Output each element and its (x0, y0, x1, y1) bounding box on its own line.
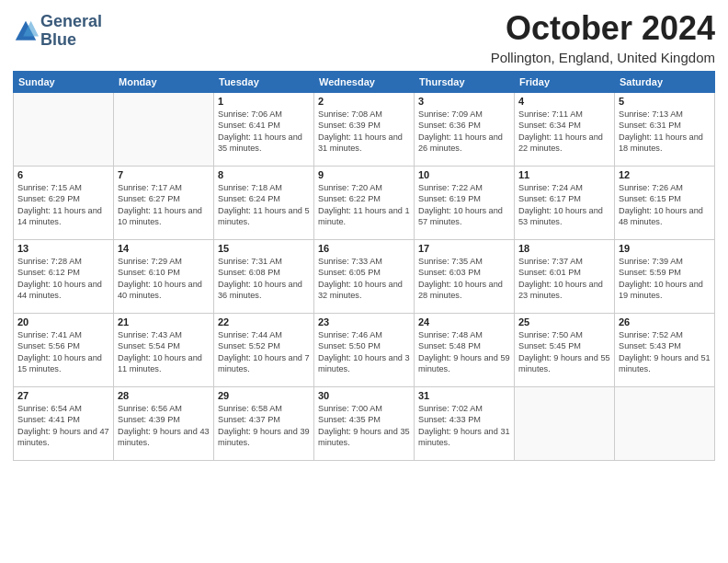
day-number: 7 (118, 169, 210, 180)
calendar-cell (14, 93, 114, 167)
day-detail: Sunrise: 7:24 AM Sunset: 6:17 PM Dayligh… (518, 182, 610, 228)
day-detail: Sunrise: 7:08 AM Sunset: 6:39 PM Dayligh… (318, 109, 410, 155)
day-detail: Sunrise: 7:26 AM Sunset: 6:15 PM Dayligh… (619, 182, 711, 228)
day-number: 19 (619, 243, 711, 254)
calendar-week-row: 6Sunrise: 7:15 AM Sunset: 6:29 PM Daylig… (14, 167, 715, 240)
day-detail: Sunrise: 7:13 AM Sunset: 6:31 PM Dayligh… (619, 109, 711, 155)
day-detail: Sunrise: 7:41 AM Sunset: 5:56 PM Dayligh… (17, 329, 109, 375)
calendar-week-row: 20Sunrise: 7:41 AM Sunset: 5:56 PM Dayli… (14, 314, 715, 387)
calendar-table: SundayMondayTuesdayWednesdayThursdayFrid… (13, 71, 715, 461)
day-detail: Sunrise: 7:22 AM Sunset: 6:19 PM Dayligh… (418, 182, 510, 228)
day-detail: Sunrise: 7:50 AM Sunset: 5:45 PM Dayligh… (518, 329, 610, 375)
day-number: 28 (118, 390, 210, 401)
day-detail: Sunrise: 7:11 AM Sunset: 6:34 PM Dayligh… (518, 109, 610, 155)
day-number: 3 (418, 96, 510, 107)
calendar-week-row: 13Sunrise: 7:28 AM Sunset: 6:12 PM Dayli… (14, 240, 715, 314)
title-block: October 2024 Pollington, England, United… (491, 9, 715, 65)
day-number: 29 (218, 390, 310, 401)
day-detail: Sunrise: 7:02 AM Sunset: 4:33 PM Dayligh… (418, 403, 510, 449)
day-number: 6 (17, 169, 109, 180)
calendar-cell: 27Sunrise: 6:54 AM Sunset: 4:41 PM Dayli… (14, 387, 114, 461)
calendar-header-row: SundayMondayTuesdayWednesdayThursdayFrid… (14, 72, 715, 93)
day-detail: Sunrise: 7:15 AM Sunset: 6:29 PM Dayligh… (17, 182, 109, 228)
calendar-cell: 12Sunrise: 7:26 AM Sunset: 6:15 PM Dayli… (615, 167, 715, 240)
day-number: 15 (218, 243, 310, 254)
calendar-cell: 10Sunrise: 7:22 AM Sunset: 6:19 PM Dayli… (415, 167, 515, 240)
calendar-week-row: 27Sunrise: 6:54 AM Sunset: 4:41 PM Dayli… (14, 387, 715, 461)
day-number: 20 (17, 316, 109, 327)
day-of-week-header: Monday (114, 72, 214, 93)
day-detail: Sunrise: 7:48 AM Sunset: 5:48 PM Dayligh… (418, 329, 510, 375)
calendar-cell: 3Sunrise: 7:09 AM Sunset: 6:36 PM Daylig… (415, 93, 515, 167)
calendar-cell: 9Sunrise: 7:20 AM Sunset: 6:22 PM Daylig… (314, 167, 415, 240)
day-of-week-header: Sunday (14, 72, 114, 93)
calendar-cell: 25Sunrise: 7:50 AM Sunset: 5:45 PM Dayli… (515, 314, 615, 387)
day-number: 26 (619, 316, 711, 327)
day-detail: Sunrise: 7:35 AM Sunset: 6:03 PM Dayligh… (418, 256, 510, 302)
day-number: 8 (218, 169, 310, 180)
day-number: 18 (518, 243, 610, 254)
day-detail: Sunrise: 7:46 AM Sunset: 5:50 PM Dayligh… (318, 329, 410, 375)
day-of-week-header: Wednesday (314, 72, 415, 93)
calendar-cell: 7Sunrise: 7:17 AM Sunset: 6:27 PM Daylig… (114, 167, 214, 240)
day-of-week-header: Thursday (415, 72, 515, 93)
calendar-cell: 19Sunrise: 7:39 AM Sunset: 5:59 PM Dayli… (615, 240, 715, 314)
day-of-week-header: Tuesday (214, 72, 314, 93)
day-number: 9 (318, 169, 410, 180)
day-number: 5 (619, 96, 711, 107)
day-detail: Sunrise: 7:31 AM Sunset: 6:08 PM Dayligh… (218, 256, 310, 302)
calendar-cell: 5Sunrise: 7:13 AM Sunset: 6:31 PM Daylig… (615, 93, 715, 167)
day-number: 25 (518, 316, 610, 327)
calendar-cell: 26Sunrise: 7:52 AM Sunset: 5:43 PM Dayli… (615, 314, 715, 387)
day-number: 23 (318, 316, 410, 327)
calendar-cell: 21Sunrise: 7:43 AM Sunset: 5:54 PM Dayli… (114, 314, 214, 387)
calendar-cell: 30Sunrise: 7:00 AM Sunset: 4:35 PM Dayli… (314, 387, 415, 461)
day-detail: Sunrise: 7:00 AM Sunset: 4:35 PM Dayligh… (318, 403, 410, 449)
day-number: 31 (418, 390, 510, 401)
calendar-cell: 2Sunrise: 7:08 AM Sunset: 6:39 PM Daylig… (314, 93, 415, 167)
day-detail: Sunrise: 7:39 AM Sunset: 5:59 PM Dayligh… (619, 256, 711, 302)
day-detail: Sunrise: 7:20 AM Sunset: 6:22 PM Dayligh… (318, 182, 410, 228)
subtitle: Pollington, England, United Kingdom (491, 50, 715, 65)
day-number: 22 (218, 316, 310, 327)
calendar-cell: 11Sunrise: 7:24 AM Sunset: 6:17 PM Dayli… (515, 167, 615, 240)
day-detail: Sunrise: 7:09 AM Sunset: 6:36 PM Dayligh… (418, 109, 510, 155)
day-number: 4 (518, 96, 610, 107)
calendar-cell: 14Sunrise: 7:29 AM Sunset: 6:10 PM Dayli… (114, 240, 214, 314)
day-number: 16 (318, 243, 410, 254)
day-detail: Sunrise: 7:06 AM Sunset: 6:41 PM Dayligh… (218, 109, 310, 155)
calendar-cell: 18Sunrise: 7:37 AM Sunset: 6:01 PM Dayli… (515, 240, 615, 314)
logo-text: General Blue (40, 13, 102, 50)
header: General Blue October 2024 Pollington, En… (13, 9, 715, 65)
day-number: 13 (17, 243, 109, 254)
page: General Blue October 2024 Pollington, En… (0, 0, 728, 563)
day-detail: Sunrise: 7:29 AM Sunset: 6:10 PM Dayligh… (118, 256, 210, 302)
calendar-cell: 16Sunrise: 7:33 AM Sunset: 6:05 PM Dayli… (314, 240, 415, 314)
calendar-cell: 1Sunrise: 7:06 AM Sunset: 6:41 PM Daylig… (214, 93, 314, 167)
day-detail: Sunrise: 7:37 AM Sunset: 6:01 PM Dayligh… (518, 256, 610, 302)
main-title: October 2024 (491, 9, 715, 48)
calendar-cell: 4Sunrise: 7:11 AM Sunset: 6:34 PM Daylig… (515, 93, 615, 167)
day-detail: Sunrise: 7:28 AM Sunset: 6:12 PM Dayligh… (17, 256, 109, 302)
day-number: 24 (418, 316, 510, 327)
day-number: 27 (17, 390, 109, 401)
calendar-cell: 6Sunrise: 7:15 AM Sunset: 6:29 PM Daylig… (14, 167, 114, 240)
day-of-week-header: Friday (515, 72, 615, 93)
day-detail: Sunrise: 7:18 AM Sunset: 6:24 PM Dayligh… (218, 182, 310, 228)
logo-icon (13, 18, 39, 44)
day-detail: Sunrise: 7:43 AM Sunset: 5:54 PM Dayligh… (118, 329, 210, 375)
calendar-cell: 8Sunrise: 7:18 AM Sunset: 6:24 PM Daylig… (214, 167, 314, 240)
calendar-cell: 15Sunrise: 7:31 AM Sunset: 6:08 PM Dayli… (214, 240, 314, 314)
day-number: 12 (619, 169, 711, 180)
day-detail: Sunrise: 7:52 AM Sunset: 5:43 PM Dayligh… (619, 329, 711, 375)
day-detail: Sunrise: 7:44 AM Sunset: 5:52 PM Dayligh… (218, 329, 310, 375)
day-number: 30 (318, 390, 410, 401)
day-number: 1 (218, 96, 310, 107)
calendar-cell: 24Sunrise: 7:48 AM Sunset: 5:48 PM Dayli… (415, 314, 515, 387)
day-detail: Sunrise: 6:56 AM Sunset: 4:39 PM Dayligh… (118, 403, 210, 449)
day-number: 14 (118, 243, 210, 254)
calendar-cell: 31Sunrise: 7:02 AM Sunset: 4:33 PM Dayli… (415, 387, 515, 461)
calendar-week-row: 1Sunrise: 7:06 AM Sunset: 6:41 PM Daylig… (14, 93, 715, 167)
day-detail: Sunrise: 6:58 AM Sunset: 4:37 PM Dayligh… (218, 403, 310, 449)
calendar-cell: 20Sunrise: 7:41 AM Sunset: 5:56 PM Dayli… (14, 314, 114, 387)
